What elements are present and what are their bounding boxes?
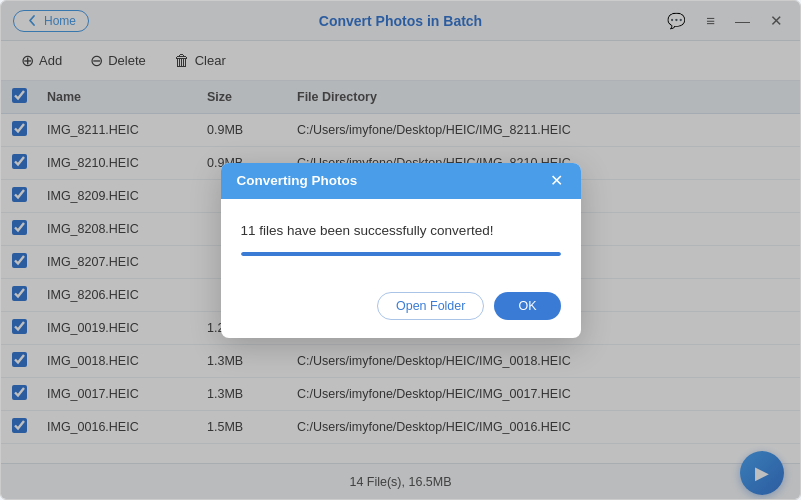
app-window: Home Convert Photos in Batch 💬 ≡ — ✕ ⊕ A… xyxy=(0,0,801,500)
modal-title: Converting Photos xyxy=(237,173,358,188)
modal-header: Converting Photos ✕ xyxy=(221,163,581,199)
modal-progress-bar xyxy=(241,252,561,256)
modal-overlay: Converting Photos ✕ 11 files have been s… xyxy=(1,1,800,499)
modal-progress-track xyxy=(241,252,561,256)
modal-close-button[interactable]: ✕ xyxy=(548,173,565,189)
ok-button[interactable]: OK xyxy=(494,292,560,320)
modal-body: 11 files have been successfully converte… xyxy=(221,199,581,292)
converting-modal: Converting Photos ✕ 11 files have been s… xyxy=(221,163,581,338)
modal-footer: Open Folder OK xyxy=(221,292,581,338)
open-folder-button[interactable]: Open Folder xyxy=(377,292,484,320)
modal-message: 11 files have been successfully converte… xyxy=(241,223,561,238)
